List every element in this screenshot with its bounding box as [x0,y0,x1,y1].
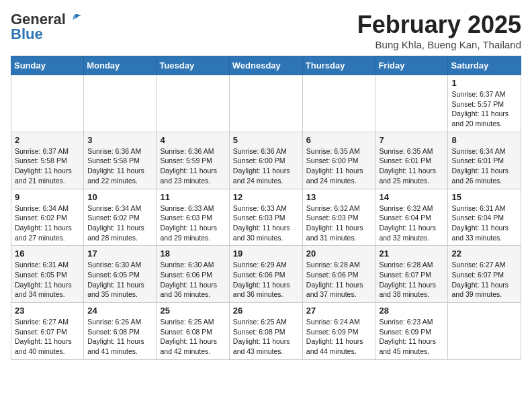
day-number: 1 [451,78,517,88]
month-title: February 2025 [357,11,521,39]
day-number: 17 [87,248,152,259]
calendar-cell: 15Sunrise: 6:31 AMSunset: 6:04 PMDayligh… [448,189,521,246]
logo: General Blue [11,11,82,43]
calendar-cell: 18Sunrise: 6:30 AMSunset: 6:06 PMDayligh… [157,246,229,303]
col-header-saturday: Saturday [448,56,521,75]
day-number: 14 [379,192,444,202]
col-header-wednesday: Wednesday [229,56,302,75]
calendar-cell: 3Sunrise: 6:36 AMSunset: 5:58 PMDaylight… [84,132,157,189]
calendar-header-row: SundayMondayTuesdayWednesdayThursdayFrid… [11,56,521,75]
calendar-cell: 26Sunrise: 6:25 AMSunset: 6:08 PMDayligh… [229,303,302,360]
day-info: Sunrise: 6:37 AMSunset: 5:58 PMDaylight:… [15,146,80,186]
day-info: Sunrise: 6:37 AMSunset: 5:57 PMDaylight:… [451,89,517,129]
day-info: Sunrise: 6:27 AMSunset: 6:07 PMDaylight:… [15,317,80,357]
day-number: 8 [451,135,517,145]
day-number: 23 [15,306,80,316]
day-number: 19 [233,248,299,259]
day-number: 27 [306,306,372,316]
day-number: 21 [379,248,444,259]
calendar-week-row: 23Sunrise: 6:27 AMSunset: 6:07 PMDayligh… [11,303,521,360]
day-info: Sunrise: 6:27 AMSunset: 6:07 PMDaylight:… [451,260,517,300]
day-info: Sunrise: 6:23 AMSunset: 6:09 PMDaylight:… [379,317,444,357]
day-number: 4 [160,135,225,145]
col-header-tuesday: Tuesday [157,56,229,75]
calendar-cell: 5Sunrise: 6:36 AMSunset: 6:00 PMDaylight… [229,132,302,189]
calendar-cell [229,75,302,132]
calendar-cell: 28Sunrise: 6:23 AMSunset: 6:09 PMDayligh… [375,303,448,360]
calendar-cell: 24Sunrise: 6:26 AMSunset: 6:08 PMDayligh… [84,303,157,360]
calendar-cell: 12Sunrise: 6:33 AMSunset: 6:03 PMDayligh… [229,189,302,246]
day-number: 16 [15,248,80,259]
calendar-cell: 1Sunrise: 6:37 AMSunset: 5:57 PMDaylight… [448,75,521,132]
day-number: 11 [160,192,225,202]
day-info: Sunrise: 6:32 AMSunset: 6:04 PMDaylight:… [379,203,444,243]
day-info: Sunrise: 6:28 AMSunset: 6:06 PMDaylight:… [306,260,372,300]
calendar-week-row: 1Sunrise: 6:37 AMSunset: 5:57 PMDaylight… [11,75,521,132]
col-header-thursday: Thursday [302,56,375,75]
day-info: Sunrise: 6:30 AMSunset: 6:06 PMDaylight:… [160,260,225,300]
day-info: Sunrise: 6:33 AMSunset: 6:03 PMDaylight:… [160,203,225,243]
day-number: 22 [451,248,517,259]
logo-blue: Blue [11,26,43,43]
day-info: Sunrise: 6:25 AMSunset: 6:08 PMDaylight:… [233,317,299,357]
day-number: 15 [451,192,517,202]
calendar-cell [375,75,448,132]
day-info: Sunrise: 6:34 AMSunset: 6:01 PMDaylight:… [451,146,517,186]
day-info: Sunrise: 6:29 AMSunset: 6:06 PMDaylight:… [233,260,299,300]
day-number: 25 [160,306,225,316]
calendar-cell [84,75,157,132]
calendar-week-row: 2Sunrise: 6:37 AMSunset: 5:58 PMDaylight… [11,132,521,189]
day-info: Sunrise: 6:24 AMSunset: 6:09 PMDaylight:… [306,317,372,357]
calendar-cell: 27Sunrise: 6:24 AMSunset: 6:09 PMDayligh… [302,303,375,360]
calendar-cell [302,75,375,132]
day-number: 5 [233,135,299,145]
day-info: Sunrise: 6:36 AMSunset: 6:00 PMDaylight:… [233,146,299,186]
calendar-cell [157,75,229,132]
day-info: Sunrise: 6:36 AMSunset: 5:58 PMDaylight:… [87,146,152,186]
calendar-cell: 17Sunrise: 6:30 AMSunset: 6:05 PMDayligh… [84,246,157,303]
calendar-cell: 19Sunrise: 6:29 AMSunset: 6:06 PMDayligh… [229,246,302,303]
calendar-cell: 22Sunrise: 6:27 AMSunset: 6:07 PMDayligh… [448,246,521,303]
day-info: Sunrise: 6:36 AMSunset: 5:59 PMDaylight:… [160,146,225,186]
day-number: 28 [379,306,444,316]
calendar-cell [448,303,521,360]
calendar-cell: 16Sunrise: 6:31 AMSunset: 6:05 PMDayligh… [11,246,84,303]
calendar-cell: 2Sunrise: 6:37 AMSunset: 5:58 PMDaylight… [11,132,84,189]
col-header-friday: Friday [375,56,448,75]
day-info: Sunrise: 6:30 AMSunset: 6:05 PMDaylight:… [87,260,152,300]
calendar-cell: 23Sunrise: 6:27 AMSunset: 6:07 PMDayligh… [11,303,84,360]
day-number: 18 [160,248,225,259]
col-header-sunday: Sunday [11,56,84,75]
calendar-cell: 7Sunrise: 6:35 AMSunset: 6:01 PMDaylight… [375,132,448,189]
day-number: 13 [306,192,372,202]
day-info: Sunrise: 6:31 AMSunset: 6:05 PMDaylight:… [15,260,80,300]
day-number: 3 [87,135,152,145]
calendar-cell: 14Sunrise: 6:32 AMSunset: 6:04 PMDayligh… [375,189,448,246]
calendar-cell [11,75,84,132]
calendar-cell: 25Sunrise: 6:25 AMSunset: 6:08 PMDayligh… [157,303,229,360]
day-number: 26 [233,306,299,316]
day-number: 7 [379,135,444,145]
calendar-cell: 9Sunrise: 6:34 AMSunset: 6:02 PMDaylight… [11,189,84,246]
day-number: 6 [306,135,372,145]
page-header: General Blue February 2025 Bung Khla, Bu… [11,11,521,50]
day-number: 20 [306,248,372,259]
calendar-cell: 8Sunrise: 6:34 AMSunset: 6:01 PMDaylight… [448,132,521,189]
title-block: February 2025 Bung Khla, Bueng Kan, Thai… [357,11,521,50]
day-number: 2 [15,135,80,145]
calendar-cell: 6Sunrise: 6:35 AMSunset: 6:00 PMDaylight… [302,132,375,189]
day-info: Sunrise: 6:35 AMSunset: 6:01 PMDaylight:… [379,146,444,186]
logo-bird-icon [67,13,82,26]
col-header-monday: Monday [84,56,157,75]
day-info: Sunrise: 6:34 AMSunset: 6:02 PMDaylight:… [15,203,80,243]
day-number: 10 [87,192,152,202]
calendar-week-row: 16Sunrise: 6:31 AMSunset: 6:05 PMDayligh… [11,246,521,303]
day-info: Sunrise: 6:33 AMSunset: 6:03 PMDaylight:… [233,203,299,243]
calendar-cell: 10Sunrise: 6:34 AMSunset: 6:02 PMDayligh… [84,189,157,246]
day-info: Sunrise: 6:31 AMSunset: 6:04 PMDaylight:… [451,203,517,243]
location: Bung Khla, Bueng Kan, Thailand [357,39,521,50]
calendar-table: SundayMondayTuesdayWednesdayThursdayFrid… [11,56,521,360]
day-info: Sunrise: 6:25 AMSunset: 6:08 PMDaylight:… [160,317,225,357]
day-info: Sunrise: 6:35 AMSunset: 6:00 PMDaylight:… [306,146,372,186]
calendar-cell: 4Sunrise: 6:36 AMSunset: 5:59 PMDaylight… [157,132,229,189]
